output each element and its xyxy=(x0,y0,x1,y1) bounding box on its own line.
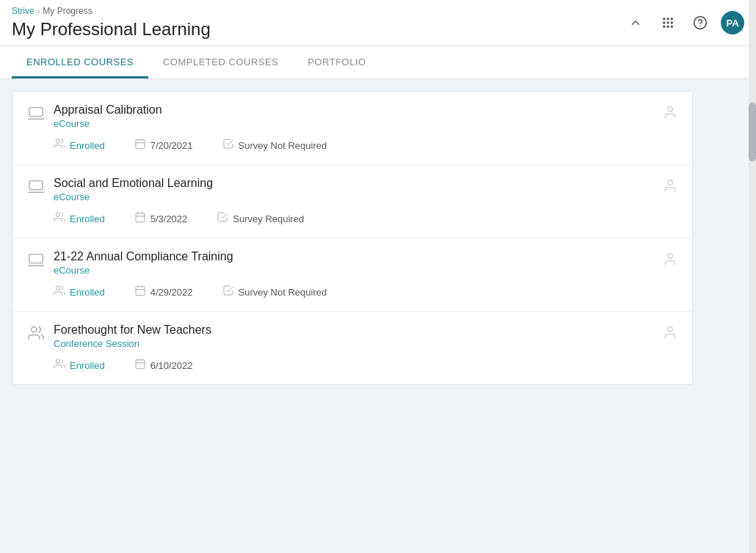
svg-point-36 xyxy=(668,327,673,332)
course-details: Enrolled 4/29/2022 xyxy=(27,285,677,299)
date-item: 7/20/2021 xyxy=(134,138,193,153)
course-list: Appraisal Calibration eCourse xyxy=(12,91,693,385)
chevron-up-icon xyxy=(629,16,642,29)
survey-item: Survey Not Required xyxy=(222,285,327,299)
date-item: 5/3/2022 xyxy=(134,211,188,226)
svg-rect-11 xyxy=(29,108,43,117)
date-item: 6/10/2022 xyxy=(134,358,193,373)
svg-rect-1 xyxy=(667,18,669,20)
scrollbar-track xyxy=(749,0,756,553)
collapse-button[interactable] xyxy=(624,11,647,34)
tab-enrolled[interactable]: ENROLLED COURSES xyxy=(12,46,148,78)
svg-rect-4 xyxy=(667,22,669,24)
laptop-icon xyxy=(27,178,45,198)
laptop-icon xyxy=(27,105,45,125)
course-type: eCourse xyxy=(54,265,233,276)
help-button[interactable] xyxy=(688,11,712,34)
calendar-icon xyxy=(134,358,146,373)
course-title[interactable]: Forethought for New Teachers xyxy=(54,323,211,337)
course-title[interactable]: 21-22 Annual Compliance Training xyxy=(54,250,233,263)
grid-icon xyxy=(661,16,675,29)
svg-point-22 xyxy=(56,213,59,216)
svg-rect-0 xyxy=(663,18,665,20)
svg-rect-27 xyxy=(29,254,43,263)
enrollment-text: Enrolled xyxy=(70,360,105,371)
svg-rect-8 xyxy=(671,26,673,28)
breadcrumb-parent[interactable]: Strive xyxy=(12,6,34,16)
course-type: eCourse xyxy=(54,118,162,129)
course-item: Social and Emotional Learning eCourse xyxy=(12,165,692,238)
tab-completed[interactable]: COMPLETED COURSES xyxy=(148,46,293,78)
course-item: 21-22 Annual Compliance Training eCourse xyxy=(12,238,692,312)
course-header-left: 21-22 Annual Compliance Training eCourse xyxy=(27,250,233,276)
svg-rect-7 xyxy=(667,26,669,28)
svg-point-13 xyxy=(668,107,673,112)
person-icon[interactable] xyxy=(663,325,677,343)
course-header: Forethought for New Teachers Conference … xyxy=(27,323,677,349)
date-text: 7/20/2021 xyxy=(150,140,193,151)
course-title[interactable]: Social and Emotional Learning xyxy=(54,177,213,190)
svg-rect-2 xyxy=(671,18,673,20)
laptop-icon xyxy=(27,252,45,271)
svg-rect-19 xyxy=(29,181,43,190)
breadcrumb-current: My Progress xyxy=(43,6,92,16)
page-title: My Professional Learning xyxy=(12,19,211,45)
person-icon[interactable] xyxy=(663,252,677,270)
course-header-left: Forethought for New Teachers Conference … xyxy=(27,323,211,349)
svg-rect-23 xyxy=(136,213,145,222)
enrollment-status: Enrolled xyxy=(54,285,105,299)
course-item: Appraisal Calibration eCourse xyxy=(12,92,692,165)
course-title-block: Appraisal Calibration eCourse xyxy=(54,103,162,129)
course-title[interactable]: Appraisal Calibration xyxy=(54,103,162,117)
course-header: 21-22 Annual Compliance Training eCourse xyxy=(27,250,677,276)
top-left: Strive › My Progress My Professional Lea… xyxy=(12,6,211,45)
breadcrumb-separator: › xyxy=(37,7,40,15)
course-details: Enrolled 5/3/2022 xyxy=(27,211,677,226)
svg-rect-31 xyxy=(136,287,145,296)
main-content: Appraisal Calibration eCourse xyxy=(0,79,705,397)
enrollment-status: Enrolled xyxy=(54,211,105,226)
survey-item: Survey Required xyxy=(217,211,304,226)
avatar[interactable]: PA xyxy=(721,11,744,34)
scrollbar-thumb[interactable] xyxy=(749,103,756,161)
svg-point-37 xyxy=(56,359,59,363)
course-details: Enrolled 6/10/2022 xyxy=(27,358,677,373)
course-title-block: Social and Emotional Learning eCourse xyxy=(54,177,213,202)
svg-point-14 xyxy=(56,139,59,143)
course-details: Enrolled 7/20/2021 xyxy=(27,138,677,153)
calendar-icon xyxy=(134,211,146,226)
top-bar: Strive › My Progress My Professional Lea… xyxy=(0,0,756,46)
svg-point-29 xyxy=(668,254,673,259)
date-text: 4/29/2022 xyxy=(150,287,193,298)
tab-portfolio[interactable]: PORTFOLIO xyxy=(293,46,380,78)
person-icon[interactable] xyxy=(663,178,677,197)
svg-point-21 xyxy=(668,180,673,186)
survey-text: Survey Not Required xyxy=(239,140,327,151)
enrollment-text: Enrolled xyxy=(70,140,105,151)
course-header-left: Appraisal Calibration eCourse xyxy=(27,103,162,129)
course-header-left: Social and Emotional Learning eCourse xyxy=(27,177,213,202)
svg-point-35 xyxy=(32,327,37,332)
page-wrapper: Strive › My Progress My Professional Lea… xyxy=(0,0,756,553)
calendar-icon xyxy=(134,285,146,299)
enrolled-icon xyxy=(54,211,65,226)
course-type: eCourse xyxy=(54,191,213,202)
enrolled-icon xyxy=(54,138,65,153)
enrolled-icon xyxy=(54,285,65,299)
course-header: Social and Emotional Learning eCourse xyxy=(27,177,677,202)
svg-rect-15 xyxy=(136,140,145,149)
person-icon[interactable] xyxy=(663,105,677,123)
breadcrumb: Strive › My Progress xyxy=(12,6,211,16)
date-text: 5/3/2022 xyxy=(150,213,188,224)
grid-menu-button[interactable] xyxy=(656,11,680,34)
calendar-icon xyxy=(134,138,146,153)
course-type: Conference Session xyxy=(54,338,211,349)
enrollment-text: Enrolled xyxy=(70,213,105,224)
survey-icon xyxy=(222,285,234,299)
enrolled-icon xyxy=(54,358,65,373)
tabs-bar: ENROLLED COURSES COMPLETED COURSES PORTF… xyxy=(0,46,756,79)
svg-point-30 xyxy=(56,286,59,290)
enrollment-text: Enrolled xyxy=(70,287,105,298)
enrollment-status: Enrolled xyxy=(54,138,105,153)
date-item: 4/29/2022 xyxy=(134,285,193,299)
